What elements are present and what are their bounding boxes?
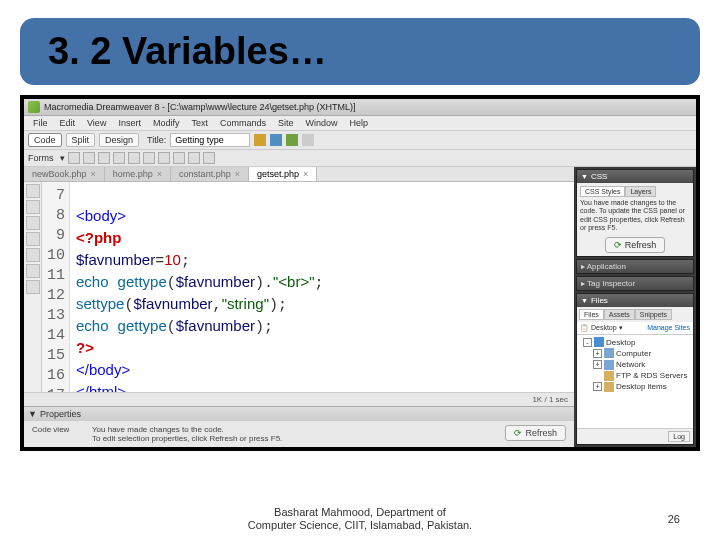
menu-modify[interactable]: Modify: [148, 117, 185, 129]
expand-icon[interactable]: +: [593, 360, 602, 369]
options-icon[interactable]: [302, 134, 314, 146]
menu-view[interactable]: View: [82, 117, 111, 129]
code-editor[interactable]: 7 8 9 10 11 12 13 14 15 16 17 <body> <?p…: [24, 182, 574, 392]
menu-site[interactable]: Site: [273, 117, 299, 129]
collapse-icon[interactable]: ▼: [28, 409, 37, 419]
tree-icon: [604, 382, 614, 392]
tag-inspector-panel-header[interactable]: ▸ Tag Inspector: [576, 276, 694, 291]
close-icon[interactable]: ×: [235, 169, 240, 179]
refresh-icon: ⟳: [614, 240, 622, 250]
css-refresh-button[interactable]: ⟳ Refresh: [605, 237, 666, 253]
check-icon[interactable]: [286, 134, 298, 146]
form-tool-icon[interactable]: [158, 152, 170, 164]
css-panel-header[interactable]: ▼CSS: [577, 170, 693, 183]
menu-help[interactable]: Help: [344, 117, 373, 129]
assets-tab[interactable]: Assets: [604, 309, 635, 320]
document-area: newBook.php×home.php×constant.php×getset…: [24, 167, 574, 447]
log-button[interactable]: Log: [668, 431, 690, 442]
code-view-button[interactable]: Code: [28, 133, 62, 147]
application-panel-header[interactable]: ▸ Application: [576, 259, 694, 274]
form-tool-icon[interactable]: [98, 152, 110, 164]
menu-insert[interactable]: Insert: [113, 117, 146, 129]
properties-view-label: Code view: [32, 425, 82, 434]
files-tab[interactable]: Files: [579, 309, 604, 320]
menu-file[interactable]: File: [28, 117, 53, 129]
code-tool-icon[interactable]: [26, 184, 40, 198]
form-tool-icon[interactable]: [113, 152, 125, 164]
code-tool-icon[interactable]: [26, 264, 40, 278]
tree-icon: [604, 371, 614, 381]
form-tool-icon[interactable]: [143, 152, 155, 164]
insert-category[interactable]: Forms: [28, 153, 54, 163]
tree-icon: [604, 360, 614, 370]
tree-item[interactable]: +Computer: [579, 348, 691, 359]
properties-title: Properties: [40, 409, 81, 419]
close-icon[interactable]: ×: [157, 169, 162, 179]
preview-icon[interactable]: [270, 134, 282, 146]
app-frame: Macromedia Dreamweaver 8 - [C:\wamp\www\…: [20, 95, 700, 451]
css-styles-tab[interactable]: CSS Styles: [580, 186, 625, 197]
slide-footer: Basharat Mahmood, Department of Computer…: [0, 506, 720, 532]
code-content[interactable]: <body> <?php $favnumber=10; echo gettype…: [70, 182, 574, 392]
form-tool-icon[interactable]: [173, 152, 185, 164]
menu-commands[interactable]: Commands: [215, 117, 271, 129]
files-panel-footer: Log: [577, 428, 693, 444]
tree-item[interactable]: +Desktop items: [579, 381, 691, 392]
properties-header[interactable]: ▼ Properties: [24, 407, 574, 421]
snippets-tab[interactable]: Snippets: [635, 309, 672, 320]
dreamweaver-window: Macromedia Dreamweaver 8 - [C:\wamp\www\…: [24, 99, 696, 447]
layers-tab[interactable]: Layers: [625, 186, 656, 197]
code-tool-icon[interactable]: [26, 280, 40, 294]
expand-icon[interactable]: +: [593, 382, 602, 391]
design-view-button[interactable]: Design: [99, 133, 139, 147]
title-input[interactable]: [170, 133, 250, 147]
form-tool-icon[interactable]: [188, 152, 200, 164]
tree-icon: [594, 337, 604, 347]
document-tab[interactable]: constant.php×: [171, 167, 249, 181]
tree-icon: [604, 348, 614, 358]
titlebar-text: Macromedia Dreamweaver 8 - [C:\wamp\www\…: [44, 102, 356, 112]
slide-header: 3. 2 Variables…: [20, 18, 700, 85]
site-selector[interactable]: 📋 Desktop ▾: [580, 324, 623, 332]
validate-icon[interactable]: [254, 134, 266, 146]
document-toolbar: Code Split Design Title:: [24, 131, 696, 150]
tree-item[interactable]: FTP & RDS Servers: [579, 370, 691, 381]
refresh-icon: ⟳: [514, 428, 522, 438]
menu-text[interactable]: Text: [186, 117, 213, 129]
code-tool-icon[interactable]: [26, 248, 40, 262]
tree-item[interactable]: +Network: [579, 359, 691, 370]
refresh-button[interactable]: ⟳ Refresh: [505, 425, 566, 441]
document-tab[interactable]: newBook.php×: [24, 167, 105, 181]
document-tab[interactable]: home.php×: [105, 167, 171, 181]
form-tool-icon[interactable]: [203, 152, 215, 164]
app-icon: [28, 101, 40, 113]
files-panel-header[interactable]: ▼Files: [577, 294, 693, 307]
properties-hint: You have made changes to the code. To ed…: [92, 425, 495, 443]
document-tab[interactable]: getset.php×: [249, 167, 317, 181]
expand-icon[interactable]: -: [583, 338, 592, 347]
title-label: Title:: [147, 135, 166, 145]
status-size: 1K / 1 sec: [532, 395, 568, 404]
css-panel-tabs: CSS Styles Layers: [580, 186, 690, 197]
footer-credit: Basharat Mahmood, Department of Computer…: [248, 506, 472, 532]
split-view-button[interactable]: Split: [66, 133, 96, 147]
main-area: newBook.php×home.php×constant.php×getset…: [24, 167, 696, 447]
close-icon[interactable]: ×: [91, 169, 96, 179]
close-icon[interactable]: ×: [303, 169, 308, 179]
manage-sites-link[interactable]: Manage Sites: [647, 324, 690, 332]
form-tool-icon[interactable]: [68, 152, 80, 164]
tree-item[interactable]: -Desktop: [579, 337, 691, 348]
menu-window[interactable]: Window: [300, 117, 342, 129]
code-tool-icon[interactable]: [26, 232, 40, 246]
line-numbers: 7 8 9 10 11 12 13 14 15 16 17: [42, 182, 70, 392]
code-tool-icon[interactable]: [26, 216, 40, 230]
insert-bar: Forms▾: [24, 150, 696, 167]
menu-edit[interactable]: Edit: [55, 117, 81, 129]
titlebar: Macromedia Dreamweaver 8 - [C:\wamp\www\…: [24, 99, 696, 116]
form-tool-icon[interactable]: [83, 152, 95, 164]
page-number: 26: [668, 513, 680, 525]
file-tree: -Desktop+Computer+NetworkFTP & RDS Serve…: [577, 335, 693, 428]
form-tool-icon[interactable]: [128, 152, 140, 164]
code-tool-icon[interactable]: [26, 200, 40, 214]
expand-icon[interactable]: +: [593, 349, 602, 358]
